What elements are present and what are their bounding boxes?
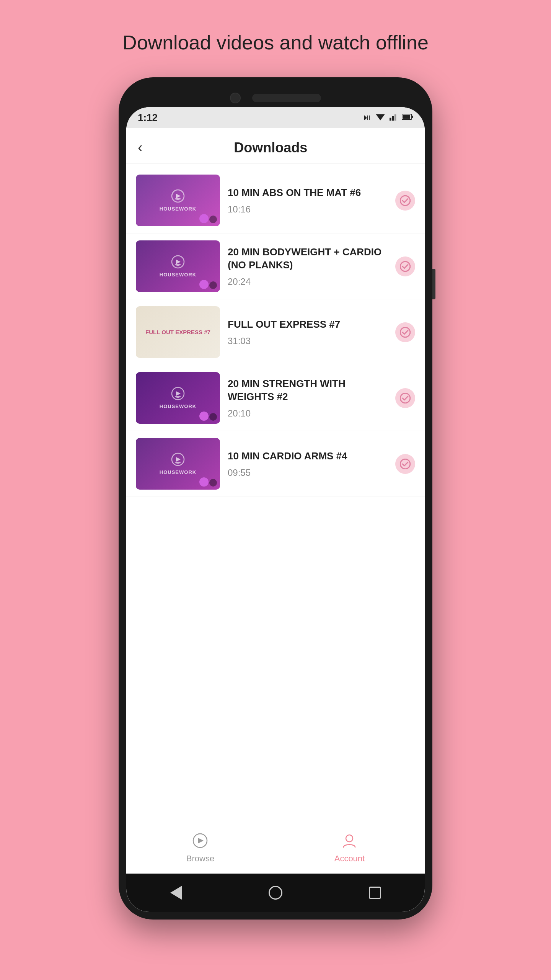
video-title-1: 10 MIN ABS ON THE MAT #6 bbox=[228, 186, 388, 199]
thumb-dot bbox=[199, 280, 209, 289]
check-icon-1 bbox=[395, 191, 415, 211]
video-title-4: 20 MIN STRENGTH WITH WEIGHTS #2 bbox=[228, 377, 388, 403]
nav-account[interactable]: Account bbox=[334, 831, 365, 864]
list-item[interactable]: HOUSEWORK 20 MIN STRENGTH WITH WEIGHTS #… bbox=[126, 365, 425, 431]
headline: Download videos and watch offline bbox=[122, 31, 429, 54]
top-nav: ‹ Downloads bbox=[126, 128, 425, 164]
video-title-2: 20 MIN BODYWEIGHT + CARDIO (NO PLANKS) bbox=[228, 246, 388, 272]
app-content: ‹ Downloads HOU bbox=[126, 128, 425, 874]
android-recents-button[interactable] bbox=[367, 885, 383, 900]
nav-title: Downloads bbox=[150, 140, 391, 156]
thumb-dot bbox=[199, 214, 209, 223]
list-item[interactable]: HOUSEWORK 10 MIN CARDIO ARMS #4 09:55 bbox=[126, 431, 425, 497]
video-info-3: FULL OUT EXPRESS #7 31:03 bbox=[228, 318, 388, 346]
video-thumbnail-1: HOUSEWORK bbox=[136, 175, 220, 226]
video-duration-4: 20:10 bbox=[228, 408, 388, 419]
svg-rect-6 bbox=[412, 116, 413, 118]
thumb-person bbox=[209, 479, 217, 487]
camera bbox=[230, 93, 241, 103]
check-icon-5 bbox=[395, 454, 415, 474]
svg-point-26 bbox=[346, 835, 353, 842]
back-triangle bbox=[170, 886, 182, 900]
svg-rect-2 bbox=[392, 116, 394, 121]
battery-icon bbox=[402, 113, 413, 122]
svg-rect-21 bbox=[175, 462, 181, 463]
bottom-nav: Browse Account bbox=[126, 824, 425, 874]
video-title-5: 10 MIN CARDIO ARMS #4 bbox=[228, 450, 388, 463]
svg-point-15 bbox=[400, 327, 410, 337]
video-info-1: 10 MIN ABS ON THE MAT #6 10:16 bbox=[228, 186, 388, 215]
status-icons: ⏯ bbox=[363, 112, 413, 123]
svg-rect-17 bbox=[175, 396, 181, 397]
video-info-2: 20 MIN BODYWEIGHT + CARDIO (NO PLANKS) 2… bbox=[228, 246, 388, 287]
svg-rect-9 bbox=[176, 199, 179, 200]
thumb-person bbox=[209, 281, 217, 289]
check-icon-2 bbox=[395, 256, 415, 276]
video-info-5: 10 MIN CARDIO ARMS #4 09:55 bbox=[228, 450, 388, 478]
video-thumbnail-3: FULL OUT EXPRESS #7 bbox=[136, 306, 220, 358]
video-duration-2: 20:24 bbox=[228, 276, 388, 287]
thumb-dot bbox=[199, 477, 209, 487]
svg-rect-18 bbox=[176, 397, 179, 398]
svg-marker-25 bbox=[198, 838, 204, 843]
status-bar: 1:12 ⏯ bbox=[126, 107, 425, 128]
phone-screen: 1:12 ⏯ bbox=[126, 107, 425, 912]
video-thumbnail-5: HOUSEWORK bbox=[136, 438, 220, 490]
video-thumbnail-4: HOUSEWORK bbox=[136, 372, 220, 424]
svg-rect-12 bbox=[175, 264, 181, 265]
svg-point-10 bbox=[400, 196, 410, 206]
svg-rect-8 bbox=[175, 198, 181, 199]
wifi-icon bbox=[375, 112, 386, 123]
speaker bbox=[252, 94, 321, 102]
thumb-person bbox=[209, 216, 217, 223]
list-item[interactable]: HOUSEWORK 20 MIN BODYWEIGHT + CARDIO (NO… bbox=[126, 234, 425, 299]
video-info-4: 20 MIN STRENGTH WITH WEIGHTS #2 20:10 bbox=[228, 377, 388, 419]
nav-browse[interactable]: Browse bbox=[186, 831, 214, 864]
side-button bbox=[432, 269, 435, 299]
svg-rect-22 bbox=[176, 463, 179, 464]
svg-point-19 bbox=[400, 393, 410, 403]
thumb-person bbox=[209, 413, 217, 421]
home-circle bbox=[269, 886, 282, 900]
svg-rect-3 bbox=[395, 114, 396, 121]
video-duration-3: 31:03 bbox=[228, 336, 388, 346]
media-icon: ⏯ bbox=[363, 113, 371, 122]
check-icon-3 bbox=[395, 322, 415, 342]
svg-point-23 bbox=[400, 459, 410, 469]
account-icon bbox=[339, 831, 359, 851]
svg-rect-13 bbox=[176, 265, 179, 266]
phone-shell: 1:12 ⏯ bbox=[119, 77, 432, 920]
svg-rect-5 bbox=[403, 115, 410, 119]
list-item[interactable]: FULL OUT EXPRESS #7 FULL OUT EXPRESS #7 … bbox=[126, 299, 425, 365]
phone-top-bar bbox=[126, 85, 425, 107]
android-back-button[interactable] bbox=[168, 885, 184, 900]
browse-icon bbox=[190, 831, 210, 851]
check-icon-4 bbox=[395, 388, 415, 408]
thumb-dot bbox=[199, 412, 209, 421]
svg-marker-0 bbox=[376, 114, 385, 121]
video-duration-5: 09:55 bbox=[228, 467, 388, 478]
account-label: Account bbox=[334, 854, 365, 864]
video-list: HOUSEWORK 10 MIN ABS ON THE MAT #6 10:16 bbox=[126, 164, 425, 824]
video-thumbnail-2: HOUSEWORK bbox=[136, 240, 220, 292]
status-time: 1:12 bbox=[138, 112, 158, 124]
browse-label: Browse bbox=[186, 854, 214, 864]
list-item[interactable]: HOUSEWORK 10 MIN ABS ON THE MAT #6 10:16 bbox=[126, 168, 425, 234]
android-nav bbox=[126, 874, 425, 912]
back-button[interactable]: ‹ bbox=[138, 139, 143, 156]
android-home-button[interactable] bbox=[268, 885, 283, 900]
video-title-3: FULL OUT EXPRESS #7 bbox=[228, 318, 388, 331]
svg-rect-1 bbox=[390, 118, 391, 121]
video-duration-1: 10:16 bbox=[228, 204, 388, 215]
signal-icon bbox=[390, 112, 398, 123]
svg-point-14 bbox=[400, 261, 410, 271]
recents-square bbox=[369, 887, 381, 899]
